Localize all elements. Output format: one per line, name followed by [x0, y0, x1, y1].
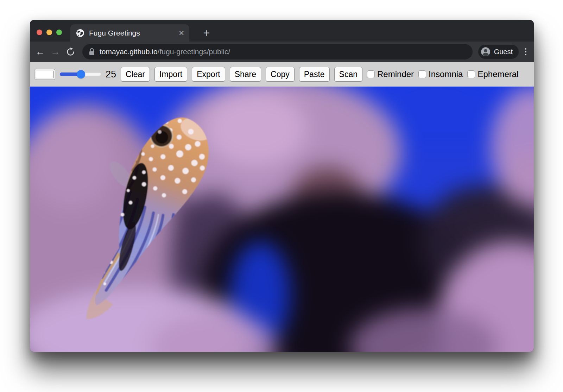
import-button[interactable]: Import: [154, 67, 187, 82]
underwater-background: [30, 87, 534, 352]
globe-favicon-icon: [76, 29, 84, 37]
browser-navbar: ← → tomayac.github.io/fugu-greetings/pub…: [30, 42, 534, 62]
insomnia-label: Insomnia: [429, 69, 463, 79]
lock-icon: [89, 48, 95, 56]
window-controls: [37, 30, 62, 35]
insomnia-option: Insomnia: [418, 69, 463, 79]
profile-button[interactable]: Guest: [478, 45, 519, 59]
forward-button[interactable]: →: [50, 46, 61, 57]
tab-strip: Fugu Greetings ✕ +: [30, 20, 534, 42]
reminder-label: Reminder: [377, 69, 414, 79]
ephemeral-label: Ephemeral: [477, 69, 518, 79]
ephemeral-checkbox[interactable]: [467, 70, 475, 78]
app-toolbar: 25 Clear Import Export Share Copy Paste …: [30, 62, 534, 87]
reef-blob: [202, 90, 308, 167]
url-path: /fugu-greetings/public/: [158, 48, 230, 56]
avatar-icon: [481, 47, 491, 57]
address-bar[interactable]: tomayac.github.io/fugu-greetings/public/: [82, 44, 473, 59]
profile-label: Guest: [494, 48, 513, 56]
reload-button[interactable]: [65, 46, 76, 57]
url-host: tomayac.github.io: [100, 48, 158, 56]
size-value: 25: [106, 69, 116, 80]
tab-fugu-greetings[interactable]: Fugu Greetings ✕: [70, 24, 189, 42]
fullscreen-window-button[interactable]: [56, 30, 62, 35]
close-window-button[interactable]: [37, 30, 42, 35]
copy-button[interactable]: Copy: [266, 67, 295, 82]
paste-button[interactable]: Paste: [299, 67, 330, 82]
tab-title: Fugu Greetings: [89, 29, 176, 37]
color-swatch: [36, 71, 53, 78]
clear-button[interactable]: Clear: [121, 67, 150, 82]
menu-button[interactable]: [525, 48, 526, 55]
back-button[interactable]: ←: [35, 46, 45, 57]
minimize-window-button[interactable]: [46, 30, 52, 35]
browser-window: Fugu Greetings ✕ + ← → tomayac.github.io…: [30, 20, 534, 352]
slider-thumb[interactable]: [77, 70, 85, 78]
share-button[interactable]: Share: [230, 67, 261, 82]
export-button[interactable]: Export: [192, 67, 225, 82]
size-slider[interactable]: [60, 70, 101, 78]
insomnia-checkbox[interactable]: [418, 70, 426, 78]
tab-close-icon[interactable]: ✕: [178, 30, 184, 37]
reminder-option: Reminder: [367, 69, 414, 79]
reminder-checkbox[interactable]: [367, 70, 375, 78]
scan-button[interactable]: Scan: [334, 67, 362, 82]
color-picker-input[interactable]: [34, 69, 55, 80]
ephemeral-option: Ephemeral: [467, 69, 518, 79]
drawing-canvas[interactable]: [30, 87, 534, 352]
new-tab-button[interactable]: +: [201, 27, 212, 39]
